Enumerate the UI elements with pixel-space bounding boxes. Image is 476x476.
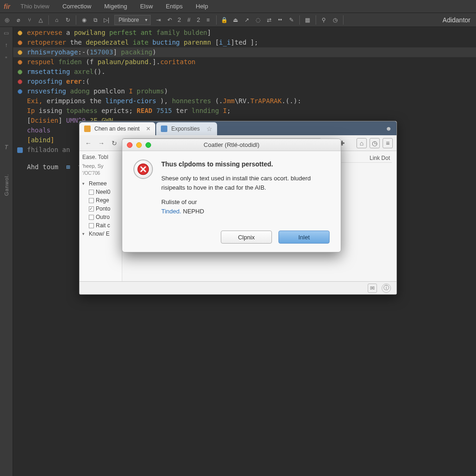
mask-icon[interactable]: ☻ bbox=[385, 125, 392, 132]
checkbox[interactable] bbox=[89, 215, 94, 220]
ok-button[interactable]: Inlet bbox=[278, 231, 330, 244]
minimize-icon[interactable] bbox=[136, 142, 142, 148]
config-select[interactable]: Plinbore bbox=[114, 15, 151, 25]
menu-help[interactable]: Help bbox=[189, 0, 215, 13]
col-2[interactable]: Link Dot bbox=[370, 155, 390, 161]
code-line[interactable]: rnsvesfing adong pomlclon I prohums) bbox=[13, 86, 476, 96]
tool-tree-icon[interactable]: ⇄ bbox=[264, 15, 274, 25]
tool-arrow-icon[interactable]: ↗ bbox=[242, 15, 252, 25]
menu-file[interactable]: Thio bview bbox=[14, 0, 56, 13]
browser-tabstrip: Chen an des neint ✕ Exponsities ☆ ☻ bbox=[79, 121, 397, 135]
status-info-icon[interactable]: ⓘ bbox=[382, 284, 391, 293]
tree-item[interactable]: Neel0 bbox=[82, 188, 119, 196]
cancel-button[interactable]: Clpnix bbox=[221, 231, 272, 244]
separator bbox=[299, 15, 300, 25]
tool-hash-icon[interactable]: # bbox=[184, 15, 194, 25]
gutter-marker-icon bbox=[16, 29, 24, 37]
code-line[interactable]: Exi, erimppions the linperd-ciors ), hon… bbox=[13, 96, 476, 106]
checkbox[interactable] bbox=[89, 198, 94, 203]
status-chat-icon[interactable]: ✉ bbox=[368, 284, 377, 293]
browser-tab-2[interactable]: Exponsities ☆ bbox=[156, 122, 217, 135]
home-icon[interactable]: ⌂ bbox=[357, 138, 367, 148]
caret-icon: ▾ bbox=[82, 231, 87, 236]
tree-item[interactable]: Outro bbox=[82, 213, 119, 221]
gutter-item-2[interactable]: ▫ bbox=[2, 53, 11, 61]
breadcrumb: Ease. Tobl bbox=[82, 154, 119, 160]
tool-list-icon[interactable]: ≡ bbox=[203, 15, 213, 25]
menu-entips[interactable]: Entips bbox=[159, 0, 189, 13]
code-line[interactable]: retoperser the depedezatel iate bucting … bbox=[13, 38, 476, 47]
checkbox[interactable] bbox=[89, 223, 94, 228]
tool-branch-icon[interactable]: ⑂ bbox=[24, 15, 34, 25]
zoom-icon[interactable] bbox=[145, 142, 151, 148]
tab-label: Chen an des neint bbox=[94, 126, 139, 132]
dialog-heading: Thus clpdoms to missing persotted. bbox=[161, 159, 330, 169]
menu-icon[interactable]: ≡ bbox=[383, 138, 393, 148]
tool-clock-icon[interactable]: ◷ bbox=[330, 15, 340, 25]
history-icon[interactable]: ◷ bbox=[370, 138, 380, 148]
counter-2: 2 bbox=[195, 16, 202, 23]
tree-item[interactable]: ▾Know/ E bbox=[82, 230, 119, 238]
menu-elsw[interactable]: Elsw bbox=[133, 0, 159, 13]
nav-forward-icon[interactable]: → bbox=[96, 138, 106, 148]
tool-sync-icon[interactable]: ◌ bbox=[253, 15, 263, 25]
tool-record-icon[interactable]: ◉ bbox=[79, 15, 89, 25]
tool-pen-icon[interactable]: ✎ bbox=[286, 15, 297, 25]
tool-grid-icon[interactable]: ▦ bbox=[303, 15, 313, 25]
tool-step-icon[interactable]: ▷| bbox=[101, 15, 112, 25]
tool-undo-icon[interactable]: ↶ bbox=[165, 15, 175, 25]
separator bbox=[48, 15, 49, 25]
dialog-title: Coatler (Rtlé-otodidl) bbox=[204, 141, 259, 148]
tab-star-icon[interactable]: ☆ bbox=[206, 125, 212, 132]
tree-item[interactable]: ▾Remee bbox=[82, 179, 119, 188]
tool-eject-icon[interactable]: ⏏ bbox=[231, 15, 241, 25]
gutter-item-1[interactable]: ▭ bbox=[2, 29, 11, 37]
code-line[interactable]: roposfing erer:( bbox=[13, 77, 476, 86]
tree-item[interactable]: Rege bbox=[82, 196, 119, 205]
tool-home-icon[interactable]: ⌂ bbox=[52, 15, 62, 25]
dialog-link[interactable]: Tinded. bbox=[161, 208, 181, 215]
browser-sidebar: Ease. Tobl 'heep, Sy '/OC'706 ▾RemeeNeel… bbox=[79, 151, 122, 281]
window-controls bbox=[127, 142, 151, 148]
tree-item-label: Ponto bbox=[96, 205, 110, 212]
menu-migeting[interactable]: Migeting bbox=[98, 0, 133, 13]
tool-globe-icon[interactable]: ◎ bbox=[2, 15, 12, 25]
gutter-marker-icon bbox=[16, 117, 24, 125]
tool-dots-icon[interactable]: •• bbox=[275, 15, 285, 25]
close-icon[interactable] bbox=[127, 142, 132, 148]
tool-search-icon[interactable]: ⚲ bbox=[319, 15, 329, 25]
tool-warning-icon[interactable]: △ bbox=[35, 15, 46, 25]
tool-copy-icon[interactable]: ⧉ bbox=[90, 15, 100, 25]
counter-1: 2 bbox=[176, 16, 183, 23]
gutter-t-icon[interactable]: T bbox=[2, 143, 11, 152]
tool-key-icon[interactable]: ⌀ bbox=[13, 15, 23, 25]
gutter-marker-icon bbox=[16, 155, 24, 162]
tree-item-label: Rege bbox=[96, 197, 109, 204]
nav-back-icon[interactable]: ← bbox=[83, 138, 93, 148]
tree-item[interactable]: Rait c bbox=[82, 221, 119, 230]
toolbar: ◎ ⌀ ⑂ △ ⌂ ↻ ◉ ⧉ ▷| Plinbore ⇥ ↶ 2 # 2 ≡ … bbox=[0, 13, 476, 27]
dialog-titlebar[interactable]: Coatler (Rtlé-otodidl) bbox=[122, 139, 341, 151]
tool-refresh-icon[interactable]: ↻ bbox=[63, 15, 73, 25]
checkbox[interactable] bbox=[89, 206, 94, 212]
checkbox[interactable] bbox=[89, 190, 94, 195]
menu-correctlow[interactable]: Correctlow bbox=[56, 0, 98, 13]
tree-item[interactable]: Ponto bbox=[82, 205, 119, 213]
code-line[interactable]: rhnis=ryohage:-(157003] pacaking) bbox=[13, 47, 476, 57]
browser-tab-1[interactable]: Chen an des neint ✕ bbox=[79, 122, 155, 135]
code-line[interactable]: rmsetatting axrel(). bbox=[13, 67, 476, 77]
gutter-marker-icon bbox=[16, 137, 24, 144]
tool-export-icon[interactable]: ⇥ bbox=[153, 15, 164, 25]
gutter-marker-icon bbox=[16, 68, 24, 76]
nav-reload-icon[interactable]: ↻ bbox=[109, 138, 119, 148]
breadcrumb-sub: 'heep, Sy bbox=[82, 163, 119, 169]
tool-lock-icon[interactable]: 🔒 bbox=[219, 15, 230, 25]
code-line[interactable]: respuel fniden (f palaun/pabund.].corita… bbox=[13, 57, 476, 67]
tab-favicon-icon bbox=[161, 126, 167, 132]
gutter-marker-icon bbox=[16, 146, 24, 154]
code-line[interactable]: expervese a powilang perfest ant family … bbox=[13, 28, 476, 38]
timestamp: '/OC'706 bbox=[82, 171, 119, 176]
gutter-up-icon[interactable]: ↑ bbox=[2, 41, 11, 49]
code-line[interactable]: Ip issing topahess epricts; READ 7515 te… bbox=[13, 106, 476, 116]
tab-close-icon[interactable]: ✕ bbox=[146, 126, 151, 132]
